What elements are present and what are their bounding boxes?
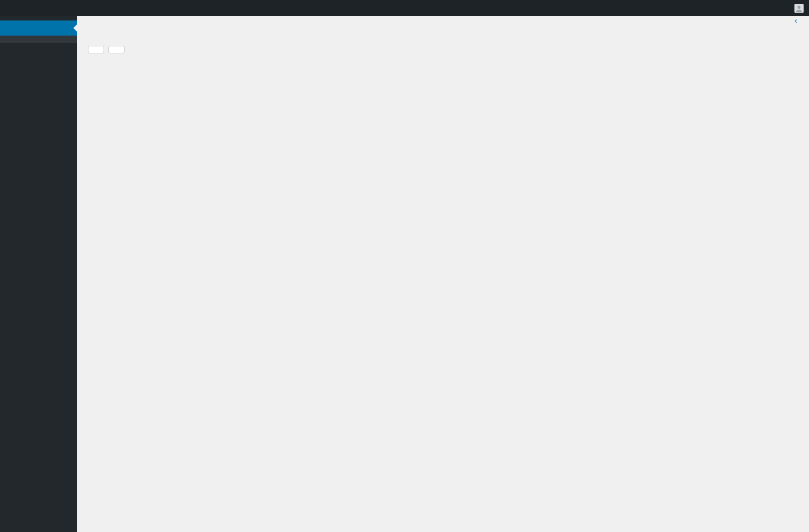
code-rain-adminbar-icon[interactable] (773, 3, 784, 13)
plus-icon (67, 4, 76, 13)
comments-menu[interactable] (40, 0, 62, 16)
sidebar-item-code-rain[interactable] (0, 20, 77, 36)
avatar[interactable] (794, 4, 804, 13)
home-icon (24, 4, 33, 13)
sidebar-item-collapse-menu[interactable] (0, 64, 77, 79)
admin-bar (0, 0, 809, 16)
comments-bubble-icon (45, 4, 54, 13)
new-template-button[interactable] (88, 46, 104, 53)
wordpress-logo-icon (5, 4, 14, 13)
sidebar-item-envato-market[interactable] (0, 49, 77, 64)
footer (88, 97, 799, 106)
site-name-menu[interactable] (19, 0, 40, 16)
code-rain-submenu (0, 36, 77, 43)
chevron-left-icon: ‹ (794, 16, 797, 24)
envato-leaf-icon (5, 52, 14, 60)
admin-sidebar (0, 16, 77, 532)
collapse-arrow-icon (5, 67, 14, 75)
new-content-menu[interactable] (62, 0, 84, 16)
code-rain-icon (5, 24, 14, 32)
delete-all-button[interactable] (108, 46, 125, 53)
wordpress-logo-menu[interactable] (0, 0, 19, 16)
admin-bar-right (773, 0, 809, 16)
back-to-overview-link[interactable]: ‹ (794, 16, 799, 24)
